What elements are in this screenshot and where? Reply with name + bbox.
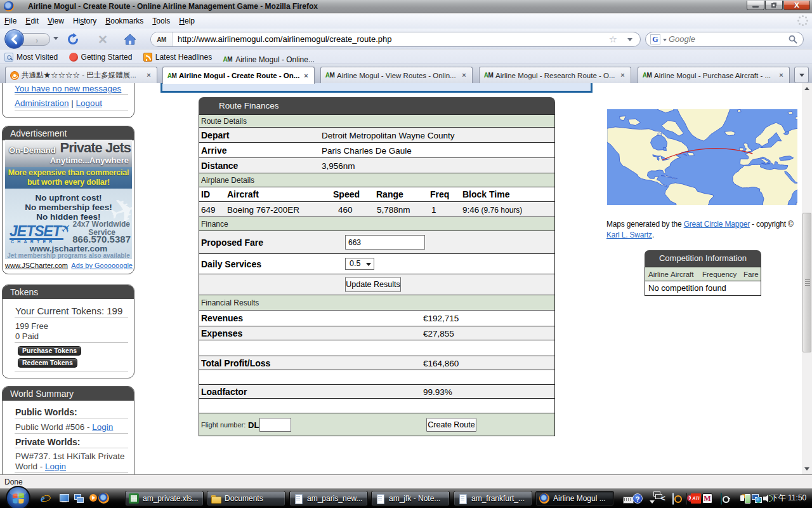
- taskbar-button-am-private[interactable]: am_private.xls...: [125, 491, 204, 506]
- scroll-down-button[interactable]: [802, 464, 812, 474]
- error-tray-icon[interactable]: [686, 493, 687, 505]
- free-tokens-text: 199 Free: [15, 321, 48, 331]
- caption-text3: .: [652, 231, 654, 239]
- route-finances-title: Route Finances: [199, 97, 555, 114]
- revenues-row: Revenues €192,715: [199, 311, 555, 326]
- list-all-tabs-button[interactable]: [794, 67, 809, 83]
- public-world: Public World #506 -: [15, 422, 92, 432]
- bookmark-latest-headlines[interactable]: Latest Headlines: [139, 50, 216, 64]
- row-block-sub: (9.76 hours): [479, 205, 522, 214]
- bookmark-star-icon[interactable]: ☆: [609, 34, 617, 45]
- google-engine-icon[interactable]: G: [650, 34, 660, 44]
- great-circle-mapper-link[interactable]: Great Circle Mapper: [684, 220, 750, 229]
- label: Airline Mogul ...: [553, 494, 606, 503]
- flight-number-input[interactable]: [259, 418, 291, 432]
- minimize-button[interactable]: [747, 1, 764, 10]
- taskbar-button-am-frankfurt[interactable]: am_frankfurt_...: [454, 491, 532, 506]
- create-route-button[interactable]: Create Route: [426, 418, 476, 432]
- bookmark-getting-started[interactable]: Getting Started: [65, 50, 136, 64]
- url-input[interactable]: [178, 32, 571, 46]
- search-box[interactable]: G: [645, 32, 804, 47]
- administration-link[interactable]: Administration: [15, 98, 69, 108]
- ad-banner[interactable]: On-Demand Private Jets Anytime...Anywher…: [5, 140, 132, 259]
- maximize-button[interactable]: [765, 1, 783, 10]
- divider: [15, 448, 128, 448]
- taskbar-button-documents[interactable]: Documents: [207, 491, 285, 506]
- section-finance: Finance: [199, 217, 555, 231]
- getting-started-icon: [69, 53, 78, 62]
- help-icon[interactable]: ?: [632, 493, 643, 504]
- favicon-m: M: [227, 56, 232, 63]
- airline-mogul-favicon: AM: [642, 70, 652, 81]
- tab-research-route[interactable]: AM Airline Mogul - Research Route - O...…: [479, 67, 631, 83]
- jscharter-link[interactable]: www.JSCharter.com: [5, 262, 68, 269]
- messages-link[interactable]: You have no new messages: [15, 84, 121, 93]
- tab-close-icon[interactable]: ×: [302, 71, 310, 81]
- close-button[interactable]: X: [783, 1, 810, 10]
- airline-mogul-favicon: AM: [223, 56, 233, 63]
- tab-forum[interactable]: 共通點★☆☆☆☆ - 巴士多媒體展... ×: [5, 67, 157, 83]
- proposed-fare-input[interactable]: [345, 235, 425, 250]
- reload-button[interactable]: [65, 32, 81, 47]
- tab-purchase-aircraft[interactable]: AM Airline Mogul - Purchase Aircraft - .…: [638, 67, 790, 83]
- search-engine-dropdown-icon[interactable]: [663, 39, 667, 41]
- menu-edit[interactable]: Edit: [21, 14, 43, 29]
- title-bar: Airline Mogul - Create Route - Online Ai…: [0, 0, 812, 13]
- chevron-down-icon[interactable]: [650, 500, 655, 504]
- history-dropdown-icon[interactable]: [53, 37, 58, 40]
- search-icon[interactable]: [788, 34, 798, 44]
- browser-scrollbar[interactable]: [802, 83, 812, 474]
- menu-history[interactable]: History: [69, 14, 101, 29]
- scroll-up-button[interactable]: [802, 83, 812, 94]
- collapse-tray-icon[interactable]: <: [658, 493, 668, 504]
- home-button[interactable]: [122, 32, 138, 47]
- menu-view[interactable]: View: [43, 14, 69, 29]
- tab-close-icon[interactable]: ×: [145, 70, 153, 80]
- windows-update-icon[interactable]: [672, 493, 674, 505]
- private-world-row2: World - Login: [15, 462, 66, 471]
- menu-file[interactable]: File: [0, 14, 21, 29]
- menu-bookmarks[interactable]: Bookmarks: [101, 14, 148, 29]
- forward-button[interactable]: ›: [22, 33, 50, 46]
- favicon-m: M: [171, 72, 176, 79]
- back-button[interactable]: [4, 29, 24, 49]
- menu-help[interactable]: Help: [174, 14, 199, 29]
- logout-link[interactable]: Logout: [76, 98, 102, 108]
- purchase-tokens-button[interactable]: Purchase Tokens: [18, 346, 81, 356]
- taskbar-clock[interactable]: 下午 11:50: [769, 488, 808, 508]
- messenger-tray-icon[interactable]: M: [702, 493, 712, 504]
- flight-label: Flight number:: [201, 421, 246, 429]
- url-dropdown-icon[interactable]: [627, 38, 632, 41]
- search-input[interactable]: [669, 32, 776, 46]
- world-summary-panel: World Summary Public Worlds: Public Worl…: [2, 386, 134, 474]
- taskbar-button-am-paris[interactable]: am_paris_new...: [289, 491, 368, 506]
- karl-swartz-link[interactable]: Karl L. Swartz: [606, 231, 652, 239]
- public-world-login-link[interactable]: Login: [92, 422, 113, 432]
- ads-by-google-link[interactable]: Ads by Goooooogle: [71, 262, 133, 269]
- daily-services-select[interactable]: 0.5: [345, 258, 374, 270]
- tab-view-routes[interactable]: AM Airline Mogul - View Routes - Onlin..…: [320, 67, 473, 83]
- stop-button[interactable]: ✕: [95, 32, 110, 47]
- page-favicon: AM: [151, 32, 173, 46]
- tab-close-icon[interactable]: ×: [460, 70, 468, 80]
- start-button[interactable]: [6, 486, 30, 508]
- back-arrow-icon: [10, 34, 20, 44]
- password-manager-tray-icon[interactable]: [721, 493, 722, 505]
- tab-create-route[interactable]: AM Airline Mogul - Create Route - On... …: [162, 67, 315, 84]
- tab-close-icon[interactable]: ×: [777, 70, 785, 80]
- firefox-icon[interactable]: [98, 493, 109, 504]
- url-bar[interactable]: AM ☆: [150, 32, 641, 47]
- taskbar-button-am-jfk[interactable]: am_jfk - Note...: [371, 491, 450, 506]
- taskbar-button-airline-mogul[interactable]: Airline Mogul ...: [535, 491, 614, 506]
- col-block: Block Time: [462, 189, 509, 199]
- bookmark-most-visited[interactable]: Most Visited: [0, 50, 62, 64]
- private-world-login-link[interactable]: Login: [45, 462, 66, 471]
- update-results-button[interactable]: Update Results: [345, 277, 401, 292]
- scrollbar-thumb[interactable]: [802, 213, 811, 352]
- tab-close-icon[interactable]: ×: [619, 70, 627, 80]
- route-finances-table: Route Finances Route Details Depart Detr…: [199, 97, 555, 436]
- internet-explorer-icon[interactable]: e: [41, 493, 45, 504]
- menu-tools[interactable]: Tools: [148, 14, 174, 29]
- ati-tray-icon[interactable]: ATI: [691, 493, 701, 504]
- redeem-tokens-button[interactable]: Redeem Tokens: [18, 358, 77, 368]
